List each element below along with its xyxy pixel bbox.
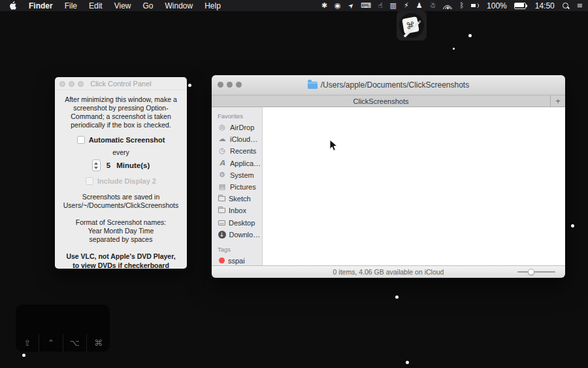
sidebar-item-label: System <box>230 171 254 179</box>
saved-line1: Screenshots are saved in <box>63 193 179 201</box>
sidebar-tag-label: sspai <box>228 257 245 265</box>
apple-menu[interactable] <box>0 1 23 10</box>
shortcut-app-tile[interactable]: ⌘ <box>397 10 427 41</box>
sidebar-item-desktop[interactable]: Desktop <box>212 217 262 229</box>
format-line2: Year Month Day Time <box>63 227 179 235</box>
include-display-label: Include Display 2 <box>97 177 156 185</box>
sidebar-item-icloud[interactable]: ☁ iCloud… <box>212 133 262 145</box>
gear-icon: ⚙ <box>218 171 227 180</box>
menu-finder[interactable]: Finder <box>23 0 59 11</box>
minimize-button[interactable] <box>227 82 233 88</box>
zoom-button[interactable] <box>236 82 242 88</box>
finder-content-area[interactable] <box>263 107 565 265</box>
sidebar-item-label: Sketch <box>229 195 251 203</box>
interval-value: 5 <box>106 161 110 169</box>
saved-line2: Users/~/Documents/ClickScreenshots <box>63 201 179 210</box>
battery-icon[interactable] <box>514 3 528 9</box>
command-key-icon: ⌘ <box>86 334 110 352</box>
include-display-row: Include Display 2 <box>63 177 179 185</box>
wifi-icon[interactable] <box>443 3 452 9</box>
minimize-button[interactable] <box>69 81 74 87</box>
marker-dot <box>395 295 399 299</box>
apple-logo-icon <box>9 1 16 10</box>
new-tab-button[interactable]: + <box>550 95 565 107</box>
list-icon[interactable]: ≡ <box>577 0 583 11</box>
bluetooth-icon[interactable]: ᛒ <box>459 0 464 11</box>
tag-color-dot <box>219 258 225 263</box>
volume-icon[interactable] <box>471 3 480 9</box>
marker-dot <box>468 34 472 37</box>
control-key-icon: ⌃ <box>39 334 62 352</box>
record-icon[interactable]: ◉ <box>335 0 341 11</box>
download-icon: ↓ <box>218 231 226 239</box>
window-title: /Users/apple/Documents/ClickScreenshots <box>308 80 469 90</box>
snowman-icon[interactable]: ☃ <box>430 0 436 11</box>
sidebar-item-label: Downlo… <box>229 231 261 239</box>
slider-knob[interactable] <box>528 269 534 275</box>
striped-box-icon[interactable]: ▥ <box>390 0 397 11</box>
sidebar-item-sketch[interactable]: Sketch <box>212 193 262 205</box>
marker-dot <box>188 84 191 87</box>
menu-bar: Finder File Edit View Go Window Help ✱ ◉… <box>0 0 588 11</box>
shift-key-icon: ⇧ <box>16 334 39 352</box>
mouse-cursor <box>329 139 338 154</box>
search-icon[interactable] <box>562 2 570 10</box>
applications-icon: A <box>218 159 227 168</box>
favorites-header: Favorites <box>212 110 262 122</box>
format-line3: separated by spaces <box>63 235 179 244</box>
sidebar-item-label: Inbox <box>229 207 246 214</box>
sidebar-item-applications[interactable]: A Applica… <box>212 158 262 169</box>
hand-icon[interactable]: ☝ <box>378 0 383 11</box>
automatic-screenshot-checkbox[interactable] <box>77 136 85 144</box>
sidebar-item-system[interactable]: ⚙ System <box>212 169 262 181</box>
icon-size-slider[interactable] <box>517 271 555 273</box>
menu-edit[interactable]: Edit <box>83 0 108 11</box>
every-label: every <box>63 148 179 156</box>
battery-percent: 100% <box>487 1 507 10</box>
format-line1: Format of Screenshot names: <box>63 218 179 227</box>
tags-header: Tags <box>212 244 262 255</box>
panel-title-bar[interactable]: Click Control Panel <box>55 77 187 90</box>
sidebar-item-pictures[interactable]: ▤ Pictures <box>212 181 262 193</box>
finder-title-bar[interactable]: /Users/apple/Documents/ClickScreenshots <box>212 75 565 95</box>
sidebar-item-inbox[interactable]: Inbox <box>212 205 262 216</box>
menu-window[interactable]: Window <box>159 0 199 11</box>
sidebar-item-recents[interactable]: ◷ Recents <box>212 145 262 157</box>
finder-status-bar: 0 items, 4.06 GB available on iCloud <box>212 265 565 278</box>
menu-view[interactable]: View <box>108 0 137 11</box>
automatic-screenshot-row: Automatic Screenshot <box>63 136 179 144</box>
tab-clickscreenshots[interactable]: ClickScreenshots <box>212 95 550 107</box>
sidebar-item-airdrop[interactable]: ◎ AirDrop <box>212 122 262 133</box>
close-button[interactable] <box>59 81 65 87</box>
include-display-checkbox[interactable] <box>86 177 93 185</box>
recents-icon: ◷ <box>218 146 227 156</box>
lightning-icon[interactable]: ⚡ <box>404 0 409 11</box>
pawn-icon[interactable]: ♟ <box>416 0 423 11</box>
pictures-icon: ▤ <box>218 182 227 192</box>
icloud-icon: ☁ <box>218 135 227 144</box>
menu-clock[interactable]: 14:50 <box>535 1 555 10</box>
folder-icon <box>218 196 225 201</box>
option-key-icon: ⌥ <box>63 334 86 352</box>
menu-file[interactable]: File <box>59 0 83 11</box>
sidebar-tag-sspai[interactable]: sspai <box>212 255 262 265</box>
interval-stepper[interactable] <box>92 159 101 171</box>
folder-icon <box>308 82 318 89</box>
sidebar-item-label: Pictures <box>230 183 256 191</box>
marker-dot <box>406 361 409 364</box>
menu-go[interactable]: Go <box>137 0 159 11</box>
vlc-note: Use VLC, not Apple's DVD Player, to view… <box>63 252 179 269</box>
panel-intro-text: After minimizing this window, make a scr… <box>63 95 179 129</box>
modifier-key-panel: ⇧ ⌃ ⌥ ⌘ <box>16 305 110 352</box>
sidebar-item-downloads[interactable]: ↓ Downlo… <box>212 229 262 241</box>
zoom-button[interactable] <box>78 81 84 87</box>
menu-help[interactable]: Help <box>199 0 227 11</box>
rocket-icon[interactable]: ➤ <box>345 0 357 11</box>
asterisk-icon[interactable]: ✱ <box>321 0 327 11</box>
keyboard-icon[interactable]: ⌨ <box>361 0 371 11</box>
automatic-screenshot-label: Automatic Screenshot <box>89 136 165 144</box>
airdrop-icon: ◎ <box>218 123 227 132</box>
tab-bar: ClickScreenshots + <box>212 95 565 107</box>
desktop-icon <box>218 220 225 226</box>
close-button[interactable] <box>218 82 223 88</box>
